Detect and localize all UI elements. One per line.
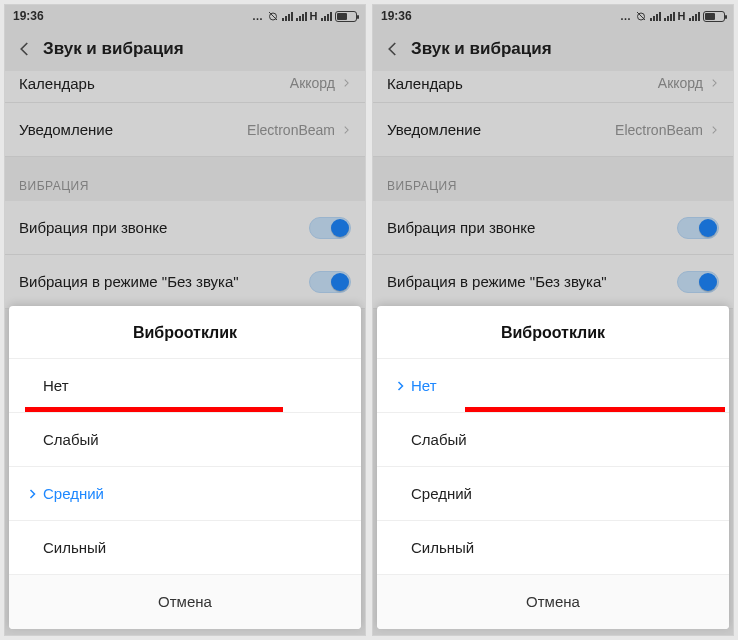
settings-list: Календарь Аккорд Уведомление ElectronBea… (373, 71, 733, 309)
row-label: Уведомление (387, 121, 481, 138)
chevron-right-icon (341, 76, 351, 90)
annotation-underline (25, 407, 283, 412)
popup-option-label: Сильный (43, 539, 343, 556)
popup-option-label: Нет (411, 377, 711, 394)
app-header: Звук и вибрация (5, 27, 365, 71)
chevron-left-icon (16, 40, 34, 58)
status-bar: 19:36 … H (373, 5, 733, 27)
status-time: 19:36 (13, 9, 44, 23)
network-label: H (310, 10, 318, 22)
popup-haptic: Виброотклик НетСлабыйСреднийСильныйОтмен… (9, 306, 361, 629)
row-value: Аккорд (290, 75, 335, 91)
row-label: Календарь (19, 75, 95, 92)
popup-option[interactable]: Слабый (377, 413, 729, 467)
row-notification[interactable]: Уведомление ElectronBeam (5, 103, 365, 157)
popup-haptic: Виброотклик НетСлабыйСреднийСильныйОтмен… (377, 306, 729, 629)
row-label: Вибрация при звонке (19, 219, 167, 236)
row-label: Уведомление (19, 121, 113, 138)
row-label: Вибрация при звонке (387, 219, 535, 236)
row-notification[interactable]: Уведомление ElectronBeam (373, 103, 733, 157)
row-label: Вибрация в режиме "Без звука" (19, 273, 239, 290)
status-indicators: … H (620, 10, 725, 22)
data-icon (689, 11, 700, 21)
cancel-button[interactable]: Отмена (9, 575, 361, 629)
status-time: 19:36 (381, 9, 412, 23)
popup-option-label: Слабый (43, 431, 343, 448)
battery-icon (703, 11, 725, 22)
row-vibrate-silent[interactable]: Вибрация в режиме "Без звука" (373, 255, 733, 309)
popup-option-label: Средний (43, 485, 343, 502)
popup-option[interactable]: Средний (377, 467, 729, 521)
popup-title: Виброотклик (377, 306, 729, 359)
signal-icon (296, 11, 307, 21)
battery-icon (335, 11, 357, 22)
status-indicators: … H (252, 10, 357, 22)
back-button[interactable] (7, 31, 43, 67)
network-label: H (678, 10, 686, 22)
check-icon (389, 379, 411, 393)
annotation-underline (465, 407, 725, 412)
signal-icon (282, 11, 293, 21)
page-title: Звук и вибрация (43, 39, 184, 59)
more-icon: … (252, 10, 264, 22)
row-calendar[interactable]: Календарь Аккорд (373, 71, 733, 103)
row-vibrate-call[interactable]: Вибрация при звонке (5, 201, 365, 255)
row-value: ElectronBeam (615, 122, 703, 138)
toggle-switch[interactable] (309, 217, 351, 239)
check-icon (21, 487, 43, 501)
popup-title: Виброотклик (9, 306, 361, 359)
popup-option[interactable]: Средний (9, 467, 361, 521)
row-vibrate-call[interactable]: Вибрация при звонке (373, 201, 733, 255)
popup-option[interactable]: Нет (9, 359, 361, 413)
popup-option-label: Нет (43, 377, 343, 394)
more-icon: … (620, 10, 632, 22)
signal-icon (664, 11, 675, 21)
signal-icon (650, 11, 661, 21)
popup-option[interactable]: Сильный (377, 521, 729, 575)
row-vibrate-silent[interactable]: Вибрация в режиме "Без звука" (5, 255, 365, 309)
chevron-left-icon (384, 40, 402, 58)
cancel-button[interactable]: Отмена (377, 575, 729, 629)
popup-option[interactable]: Слабый (9, 413, 361, 467)
section-header: ВИБРАЦИЯ (5, 157, 365, 201)
chevron-right-icon (341, 123, 351, 137)
page-title: Звук и вибрация (411, 39, 552, 59)
alarm-off-icon (267, 10, 279, 22)
popup-option-label: Сильный (411, 539, 711, 556)
toggle-switch[interactable] (677, 271, 719, 293)
section-header: ВИБРАЦИЯ (373, 157, 733, 201)
popup-option-label: Средний (411, 485, 711, 502)
phone-left: 19:36 … H Звук и вибрация Календарь Акко (4, 4, 366, 636)
row-label: Вибрация в режиме "Без звука" (387, 273, 607, 290)
popup-option[interactable]: Сильный (9, 521, 361, 575)
settings-list: Календарь Аккорд Уведомление ElectronBea… (5, 71, 365, 309)
toggle-switch[interactable] (677, 217, 719, 239)
row-value: ElectronBeam (247, 122, 335, 138)
chevron-right-icon (709, 76, 719, 90)
status-bar: 19:36 … H (5, 5, 365, 27)
row-label: Календарь (387, 75, 463, 92)
data-icon (321, 11, 332, 21)
chevron-right-icon (709, 123, 719, 137)
app-header: Звук и вибрация (373, 27, 733, 71)
back-button[interactable] (375, 31, 411, 67)
row-value: Аккорд (658, 75, 703, 91)
popup-option[interactable]: Нет (377, 359, 729, 413)
alarm-off-icon (635, 10, 647, 22)
phone-right: 19:36 … H Звук и вибрация Календарь Акко (372, 4, 734, 636)
row-calendar[interactable]: Календарь Аккорд (5, 71, 365, 103)
toggle-switch[interactable] (309, 271, 351, 293)
popup-option-label: Слабый (411, 431, 711, 448)
